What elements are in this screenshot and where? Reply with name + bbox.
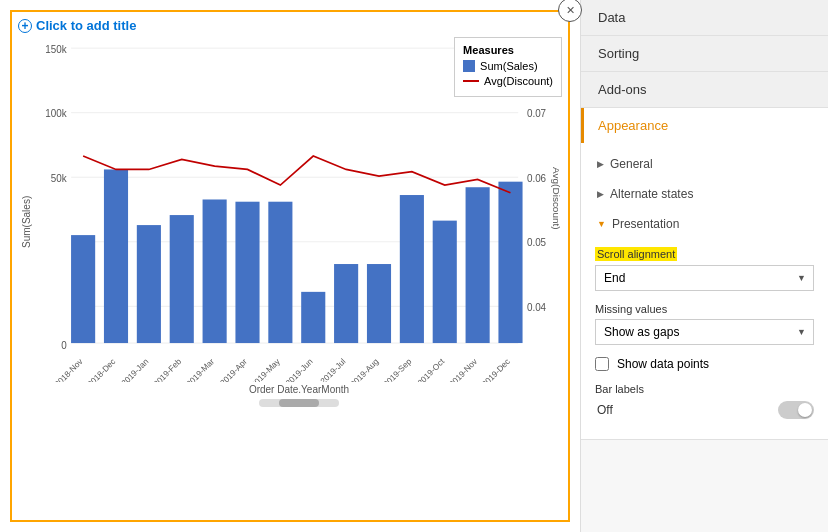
section-appearance-label: Appearance <box>598 118 668 133</box>
x-axis-label: Order Date.YearMonth <box>36 384 562 395</box>
show-data-points-label: Show data points <box>617 357 709 371</box>
bar-labels-toggle-row: Off <box>595 401 814 419</box>
svg-text:2019-Apr: 2019-Apr <box>219 357 249 382</box>
scrollbar-thumb[interactable] <box>279 399 319 407</box>
svg-text:2019-Oct: 2019-Oct <box>416 356 447 382</box>
svg-text:2019-Mar: 2019-Mar <box>185 357 216 382</box>
presentation-chevron: ▼ <box>597 219 606 229</box>
subsection-alternate-states[interactable]: ▶ Alternate states <box>581 179 828 209</box>
svg-text:0.04: 0.04 <box>527 302 547 313</box>
section-addons-header[interactable]: Add-ons <box>581 72 828 107</box>
add-title-icon[interactable]: + <box>18 19 32 33</box>
svg-text:Avg(Discount): Avg(Discount) <box>551 167 562 230</box>
y-axis-left-label: Sum(Sales) <box>18 37 34 407</box>
svg-rect-27 <box>433 221 457 343</box>
show-data-points-checkbox[interactable] <box>595 357 609 371</box>
svg-text:2019-Jun: 2019-Jun <box>284 357 315 382</box>
expand-button[interactable]: ✕ <box>558 0 582 22</box>
svg-text:2019-Jul: 2019-Jul <box>319 357 348 382</box>
scroll-alignment-select[interactable]: End Start Center <box>595 265 814 291</box>
svg-rect-22 <box>268 202 292 343</box>
bar-labels-toggle[interactable] <box>778 401 814 419</box>
missing-values-label: Missing values <box>595 303 814 315</box>
scrollbar-container[interactable] <box>36 399 562 407</box>
chart-legend: Measures Sum(Sales) Avg(Discount) <box>454 37 562 97</box>
svg-rect-29 <box>498 182 522 343</box>
section-sorting: Sorting <box>581 36 828 72</box>
legend-line-swatch <box>463 80 479 82</box>
svg-text:2019-Sep: 2019-Sep <box>382 357 414 382</box>
svg-text:2019-Dec: 2019-Dec <box>480 357 511 382</box>
svg-rect-18 <box>137 225 161 343</box>
svg-text:2018-Nov: 2018-Nov <box>53 356 85 382</box>
chart-title-row[interactable]: + Click to add title <box>18 18 562 33</box>
svg-text:0.05: 0.05 <box>527 237 547 248</box>
svg-text:2019-Jan: 2019-Jan <box>120 357 151 382</box>
svg-rect-21 <box>235 202 259 343</box>
svg-rect-26 <box>400 195 424 343</box>
subsection-general[interactable]: ▶ General <box>581 149 828 179</box>
svg-text:100k: 100k <box>45 108 66 119</box>
section-data-header[interactable]: Data <box>581 0 828 35</box>
scrollbar-track[interactable] <box>259 399 339 407</box>
scroll-alignment-label: Scroll alignment <box>595 247 814 261</box>
bar-labels-value: Off <box>597 403 613 417</box>
legend-item-discount: Avg(Discount) <box>463 75 553 87</box>
svg-rect-17 <box>104 169 128 343</box>
svg-rect-25 <box>367 264 391 343</box>
section-data-label: Data <box>598 10 625 25</box>
section-appearance-header[interactable]: Appearance <box>581 108 828 143</box>
chart-panel: ✕ + Click to add title Sum(Sales) 150k <box>10 10 570 522</box>
svg-text:0.07: 0.07 <box>527 108 547 119</box>
toggle-knob <box>798 403 812 417</box>
alternate-states-chevron: ▶ <box>597 189 604 199</box>
show-data-points-row[interactable]: Show data points <box>595 357 814 371</box>
section-data: Data <box>581 0 828 36</box>
svg-text:2019-Feb: 2019-Feb <box>152 357 183 382</box>
right-panel: Data Sorting Add-ons Appearance ▶ Genera… <box>580 0 828 532</box>
svg-rect-24 <box>334 264 358 343</box>
missing-values-label-text: Missing values <box>595 303 667 315</box>
svg-text:2019-Nov: 2019-Nov <box>448 356 480 382</box>
section-appearance: Appearance ▶ General ▶ Alternate states … <box>581 108 828 440</box>
bar-labels-title: Bar labels <box>595 383 814 395</box>
svg-text:150k: 150k <box>45 44 66 55</box>
section-addons-label: Add-ons <box>598 82 646 97</box>
svg-rect-20 <box>203 199 227 343</box>
svg-text:2019-May: 2019-May <box>250 356 283 382</box>
bar-labels-row: Bar labels Off <box>595 383 814 419</box>
subsection-presentation[interactable]: ▼ Presentation <box>581 209 828 239</box>
chart-area: Sum(Sales) 150k 100k 50k 0 <box>18 37 562 407</box>
legend-item-sales: Sum(Sales) <box>463 60 553 72</box>
svg-text:50k: 50k <box>51 173 67 184</box>
svg-rect-16 <box>71 235 95 343</box>
section-addons: Add-ons <box>581 72 828 108</box>
scroll-alignment-highlight: Scroll alignment <box>595 247 677 261</box>
chart-title-text: Click to add title <box>36 18 136 33</box>
svg-rect-28 <box>466 187 490 343</box>
subsection-alternate-states-label: Alternate states <box>610 187 693 201</box>
section-sorting-label: Sorting <box>598 46 639 61</box>
chart-inner: 150k 100k 50k 0 0.08 0.07 0.06 0.05 0.04… <box>36 37 562 407</box>
svg-text:2018-Dec: 2018-Dec <box>86 357 117 382</box>
scroll-alignment-dropdown-wrapper[interactable]: End Start Center <box>595 265 814 291</box>
presentation-content: Scroll alignment End Start Center Missin… <box>581 239 828 433</box>
legend-sales-label: Sum(Sales) <box>480 60 537 72</box>
svg-rect-23 <box>301 292 325 343</box>
subsection-general-label: General <box>610 157 653 171</box>
svg-text:0.06: 0.06 <box>527 173 547 184</box>
legend-discount-label: Avg(Discount) <box>484 75 553 87</box>
missing-values-select[interactable]: Show as gaps Show as zeros Link values <box>595 319 814 345</box>
svg-text:0: 0 <box>61 340 67 351</box>
chart-svg-area: 150k 100k 50k 0 0.08 0.07 0.06 0.05 0.04… <box>36 37 562 382</box>
section-sorting-header[interactable]: Sorting <box>581 36 828 71</box>
legend-bar-swatch <box>463 60 475 72</box>
legend-title: Measures <box>463 44 553 56</box>
svg-rect-19 <box>170 215 194 343</box>
appearance-subsections: ▶ General ▶ Alternate states ▼ Presentat… <box>581 143 828 439</box>
missing-values-dropdown-wrapper[interactable]: Show as gaps Show as zeros Link values <box>595 319 814 345</box>
svg-text:2019-Aug: 2019-Aug <box>349 357 381 382</box>
subsection-presentation-label: Presentation <box>612 217 679 231</box>
general-chevron: ▶ <box>597 159 604 169</box>
